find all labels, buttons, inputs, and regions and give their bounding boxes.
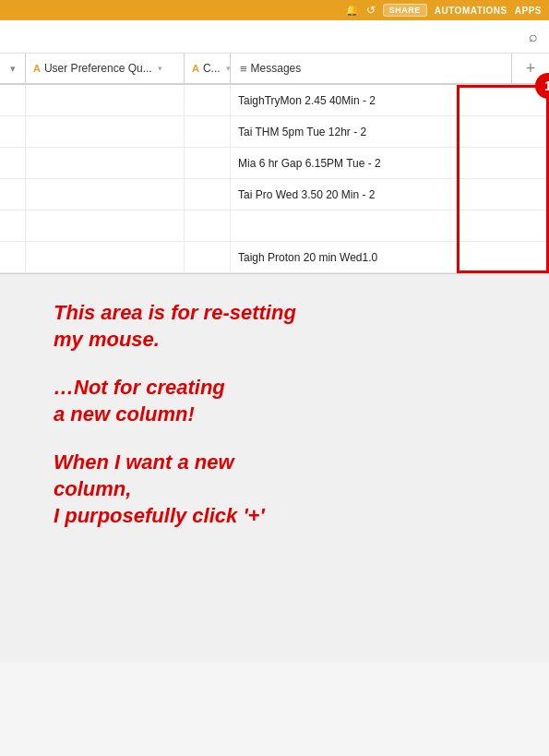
cell-col2-1 [185, 116, 231, 147]
apps-label[interactable]: APPS [515, 6, 542, 16]
cell-last-0 [457, 85, 549, 115]
cell-messages-2[interactable]: Mia 6 hr Gap 6.15PM Tue - 2 [231, 148, 457, 178]
messages-icon: ≡ [240, 62, 247, 76]
cell-col1-0 [26, 85, 185, 115]
expand-icon: ▾ [10, 63, 16, 75]
annotation-line7: I purposefully click '+' [54, 504, 265, 527]
annotation-block-2: …Not for creating a new column! [54, 375, 527, 427]
row-expand-3 [0, 179, 26, 210]
cell-col1-4 [26, 210, 185, 241]
cell-col1-1 [26, 116, 185, 147]
annotation-line2: my mouse. [54, 328, 160, 351]
annotation-line3: …Not for creating [54, 376, 225, 399]
header-row: ▾ A User Preference Qu... ▾ A C... ▾ ≡ M… [0, 54, 549, 85]
annotation-block-3: When I want a new column, I purposefully… [54, 450, 527, 529]
col1-chevron: ▾ [158, 64, 162, 73]
col1-type-icon: A [33, 63, 41, 74]
cell-last-5 [457, 242, 549, 272]
annotation-block-1: This area is for re-setting my mouse. [54, 300, 527, 353]
share-button[interactable]: SHARE [383, 4, 427, 17]
messages-header[interactable]: ≡ Messages [231, 54, 512, 83]
annotation-line5: When I want a new [54, 450, 234, 474]
row-expand-5 [0, 242, 26, 272]
col2-label: C... [203, 62, 221, 75]
row-expand-2 [0, 148, 26, 178]
cell-col1-5 [26, 242, 185, 272]
table-row: Tai Pro Wed 3.50 20 Min - 2 [0, 179, 549, 210]
cell-last-4 [457, 210, 549, 241]
annotation-line4: a new column! [54, 402, 195, 426]
cell-last-2 [457, 148, 549, 178]
automations-label[interactable]: AUTOMATIONS [435, 6, 507, 16]
expand-toggle[interactable]: ▾ [0, 54, 26, 83]
annotation-area: This area is for re-setting my mouse. …N… [0, 274, 549, 662]
table-row: Mia 6 hr Gap 6.15PM Tue - 2 [0, 148, 549, 179]
top-bar: 🔔 ↺ SHARE AUTOMATIONS APPS [0, 0, 549, 20]
search-icon[interactable]: ⌕ [529, 29, 538, 45]
table-row: TaighTryMon 2.45 40Min - 2 [0, 85, 549, 116]
search-bar: ⌕ [0, 20, 549, 54]
annotation-line6: column, [54, 477, 131, 500]
history-icon[interactable]: ↺ [366, 4, 376, 17]
col2-chevron: ▾ [226, 64, 231, 73]
row-expand-0 [0, 85, 26, 115]
cell-messages-0[interactable]: TaighTryMon 2.45 40Min - 2 [231, 85, 457, 115]
cell-col2-5 [185, 242, 231, 272]
cell-messages-5[interactable]: Taigh Proton 20 min Wed1.0 [231, 242, 457, 272]
annotation-text: This area is for re-setting my mouse. …N… [54, 300, 527, 529]
cell-messages-4[interactable] [231, 210, 457, 241]
cell-messages-1[interactable]: Tai THM 5pm Tue 12hr - 2 [231, 116, 457, 147]
col1-label: User Preference Qu... [44, 62, 152, 75]
messages-label: Messages [251, 62, 302, 75]
notification-icon[interactable]: 🔔 [345, 4, 359, 17]
add-column-button[interactable]: + [512, 54, 549, 83]
row-expand-4 [0, 210, 26, 241]
cell-col2-2 [185, 148, 231, 178]
cell-col2-0 [185, 85, 231, 115]
col2-type-icon: A [192, 63, 199, 74]
cell-col1-2 [26, 148, 185, 178]
cell-col2-3 [185, 179, 231, 210]
row-expand-1 [0, 116, 26, 147]
table-row: Tai THM 5pm Tue 12hr - 2 [0, 116, 549, 148]
table-row [0, 210, 549, 242]
cell-last-3 [457, 179, 549, 210]
cell-last-1 [457, 116, 549, 147]
cell-col2-4 [185, 210, 231, 241]
col2-header[interactable]: A C... ▾ [185, 54, 231, 83]
table-area: TaighTryMon 2.45 40Min - 2 Tai THM 5pm T… [0, 85, 549, 274]
cell-messages-3[interactable]: Tai Pro Wed 3.50 20 Min - 2 [231, 179, 457, 210]
cell-col1-3 [26, 179, 185, 210]
annotation-line1: This area is for re-setting [54, 301, 296, 324]
table-row: Taigh Proton 20 min Wed1.0 [0, 242, 549, 273]
col1-header[interactable]: A User Preference Qu... ▾ [26, 54, 185, 83]
